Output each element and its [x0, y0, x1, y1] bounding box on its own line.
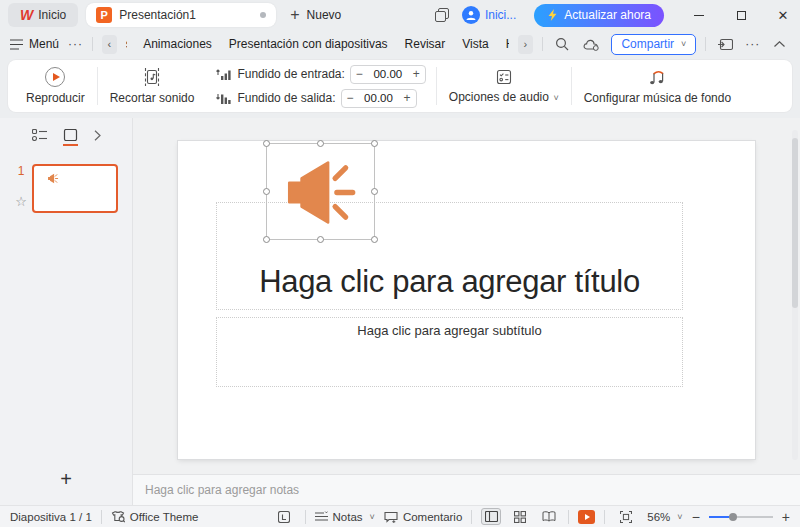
trim-audio-label: Recortar sonido — [110, 91, 195, 105]
chevron-down-icon: ˅ — [370, 512, 375, 522]
tab-presentacion[interactable]: Presentación con diapositivas — [229, 37, 388, 51]
notes-pane[interactable]: Haga clic para agregar notas — [133, 474, 800, 505]
slideshow-button[interactable] — [578, 510, 595, 524]
speaker-icon[interactable] — [284, 154, 358, 231]
resize-handle-se[interactable] — [371, 236, 378, 243]
slide-view-toggle[interactable] — [63, 129, 78, 146]
tab-animaciones[interactable]: Animaciones — [143, 37, 212, 51]
account-button[interactable]: Inici... — [462, 6, 516, 24]
divider — [471, 510, 472, 524]
collapse-ribbon-icon[interactable] — [769, 32, 790, 56]
resize-handle-w[interactable] — [263, 188, 270, 195]
add-to-toolbar-icon[interactable] — [715, 32, 736, 56]
minimize-icon — [694, 15, 704, 16]
update-now-label: Actualizar ahora — [564, 8, 651, 22]
user-avatar — [462, 6, 480, 24]
window-switch-icon[interactable] — [430, 3, 454, 27]
search-icon[interactable] — [552, 32, 573, 56]
background-music-button[interactable]: Configurar música de fondo — [572, 68, 743, 105]
menu-label: Menú — [29, 37, 59, 51]
close-button[interactable]: ✕ — [766, 0, 800, 30]
more-options-button[interactable]: ··· — [745, 37, 760, 51]
chevron-down-icon: ˅ — [677, 512, 682, 522]
slide-sorter-view-button[interactable] — [510, 508, 530, 525]
panel-view-toggles — [0, 118, 132, 150]
resize-handle-n[interactable] — [317, 140, 324, 147]
notes-placeholder-text: Haga clic para agregar notas — [145, 483, 299, 497]
resize-handle-e[interactable] — [371, 188, 378, 195]
audio-options-button[interactable]: Opciones de audio ˅ — [437, 68, 571, 104]
zoom-in-button[interactable]: + — [782, 510, 790, 524]
subtitle-placeholder[interactable]: Haga clic para agregar subtítulo — [216, 317, 683, 387]
slide-meta-column: 1 ☆ — [10, 164, 32, 213]
reading-view-button[interactable] — [539, 508, 559, 525]
tabs-scroll-right-button[interactable]: › — [518, 35, 533, 54]
fade-in-decrement[interactable]: − — [351, 66, 368, 83]
add-slide-button[interactable]: + — [0, 468, 132, 505]
fade-out-decrement[interactable]: − — [342, 90, 359, 107]
theme-button[interactable]: Office Theme — [111, 510, 199, 523]
notes-lines-icon — [315, 511, 328, 522]
fade-in-increment[interactable]: + — [408, 66, 425, 83]
cloud-sync-icon[interactable] — [582, 32, 603, 56]
main-area: Haga clic para agregar título Haga clic … — [133, 118, 800, 505]
notes-toggle-button[interactable]: Notas ˅ — [315, 511, 375, 523]
fade-out-increment[interactable]: + — [399, 90, 416, 107]
fade-out-value[interactable]: 00.00 — [359, 92, 399, 104]
hamburger-icon — [10, 39, 23, 50]
normal-view-button[interactable] — [481, 508, 501, 525]
trim-audio-button[interactable]: Recortar sonido — [98, 67, 207, 105]
audio-object-selection[interactable] — [266, 143, 375, 240]
scrollbar-thumb[interactable] — [792, 138, 798, 308]
slide[interactable]: Haga clic para agregar título Haga clic … — [178, 141, 755, 459]
fade-out-row: Fundido de salida: − 00.00 + — [216, 89, 425, 108]
fade-out-stepper: − 00.00 + — [341, 89, 417, 108]
update-now-button[interactable]: Actualizar ahora — [534, 4, 664, 27]
tab-vista[interactable]: Vista — [462, 37, 488, 51]
panel-expand-icon[interactable] — [94, 130, 101, 146]
fade-group: Fundido de entrada: − 00.00 + Fundido de… — [206, 65, 435, 108]
resize-handle-s[interactable] — [317, 236, 324, 243]
home-tab[interactable]: W Inicio — [8, 3, 78, 27]
task-pane-icon[interactable] — [272, 505, 296, 527]
zoom-slider[interactable] — [709, 512, 773, 522]
plus-icon: + — [290, 7, 299, 23]
slide-thumbnail[interactable] — [32, 164, 118, 213]
tabs-scroll-left-button[interactable]: ‹ — [102, 35, 117, 54]
play-audio-button[interactable]: Reproducir — [14, 67, 97, 105]
music-note-icon — [647, 68, 667, 87]
resize-handle-nw[interactable] — [263, 140, 270, 147]
comment-icon — [384, 511, 398, 523]
tab-revisar[interactable]: Revisar — [405, 37, 446, 51]
zoom-slider-thumb[interactable] — [729, 513, 737, 521]
tab-herramientas[interactable]: Herramien — [506, 37, 509, 51]
theme-label: Office Theme — [130, 511, 199, 523]
resize-handle-ne[interactable] — [371, 140, 378, 147]
zoom-out-button[interactable]: − — [692, 510, 700, 524]
menu-overflow-button[interactable]: ··· — [68, 37, 83, 51]
unsaved-indicator — [260, 12, 266, 18]
menu-button[interactable]: Menú — [10, 37, 59, 51]
chevron-down-icon: ˅ — [551, 93, 559, 103]
new-tab-button[interactable]: + Nuevo — [284, 7, 347, 23]
comment-button[interactable]: Comentario — [384, 511, 462, 523]
outline-view-toggle[interactable] — [32, 129, 47, 146]
divider — [92, 37, 93, 51]
titlebar: W Inicio P Presentación1 + Nuevo Inici..… — [0, 0, 800, 30]
vertical-scrollbar[interactable] — [792, 130, 798, 460]
fade-in-row: Fundido de entrada: − 00.00 + — [216, 65, 425, 84]
title-placeholder-text: Haga clic para agregar título — [259, 264, 640, 300]
minimize-button[interactable] — [682, 0, 716, 30]
play-label: Reproducir — [26, 91, 85, 105]
resize-handle-sw[interactable] — [263, 236, 270, 243]
play-icon — [585, 514, 590, 520]
fade-in-value[interactable]: 00.00 — [368, 68, 408, 80]
zoom-level-button[interactable]: 56% ˅ — [647, 511, 682, 523]
document-tab[interactable]: P Presentación1 — [86, 3, 276, 27]
slide-thumbnail-row: 1 ☆ — [0, 150, 132, 213]
fit-slide-icon[interactable] — [614, 505, 638, 527]
audio-tools-ribbon: Reproducir Recortar sonido — [8, 60, 792, 112]
share-button[interactable]: Compartir ˅ — [611, 34, 696, 55]
maximize-button[interactable] — [724, 0, 758, 30]
star-icon[interactable]: ☆ — [15, 195, 27, 208]
